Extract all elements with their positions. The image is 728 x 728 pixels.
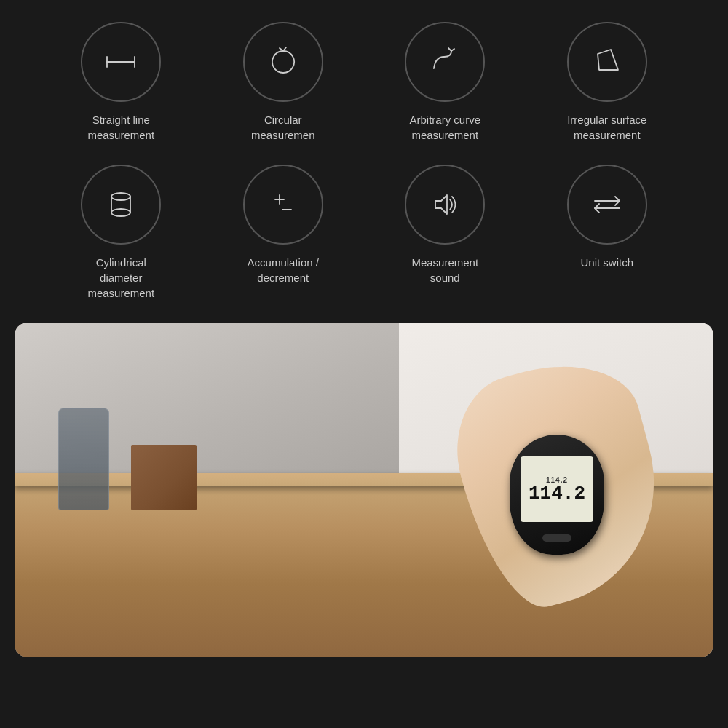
plus-minus-icon (264, 185, 303, 224)
circular-label: Circular measuremen (251, 112, 315, 143)
sound-icon (425, 185, 464, 224)
circular-circle (243, 22, 323, 102)
arbitrary-curve-label: Arbitrary curve measurement (409, 112, 480, 143)
top-section: Straight line measurement Circular measu… (0, 0, 728, 315)
cylinder-icon (101, 185, 141, 224)
device-reading-large: 114.2 (529, 484, 585, 503)
feature-cylindrical: Cylindrical diameter measurement (44, 165, 199, 301)
photo-bg: 114.2 114.2 (15, 323, 713, 657)
straight-line-label: Straight line measurement (87, 112, 154, 143)
sound-label: Measurement sound (411, 255, 478, 285)
device-screen: 114.2 114.2 (521, 456, 593, 522)
svg-marker-3 (598, 50, 618, 70)
circular-icon (264, 42, 303, 82)
irregular-surface-icon (587, 42, 627, 82)
app-container: Straight line measurement Circular measu… (0, 0, 728, 657)
device-body: 114.2 114.2 (510, 435, 604, 555)
arbitrary-curve-circle (405, 22, 485, 102)
straight-line-icon (101, 42, 141, 82)
glass-shape (58, 408, 109, 510)
feature-sound: Measurement sound (368, 165, 523, 301)
feature-accumulation: Accumulation / decrement (206, 165, 361, 301)
feature-arbitrary-curve: Arbitrary curve measurement (368, 22, 523, 143)
svg-point-5 (111, 209, 130, 216)
device-button[interactable] (542, 534, 571, 542)
unit-switch-label: Unit switch (580, 255, 633, 270)
feature-unit-switch: Unit switch (530, 165, 685, 301)
sound-circle (405, 165, 485, 245)
straight-line-circle (81, 22, 161, 102)
feature-straight-line: Straight line measurement (44, 22, 199, 143)
switch-icon (587, 185, 627, 224)
svg-marker-11 (435, 195, 447, 214)
feature-circular: Circular measuremen (206, 22, 361, 143)
feature-irregular-surface: Irregular surface measurement (530, 22, 685, 143)
unit-switch-circle (567, 165, 647, 245)
arbitrary-curve-icon (425, 42, 464, 82)
irregular-surface-label: Irregular surface measurement (567, 112, 646, 143)
photo-section: 114.2 114.2 (15, 323, 713, 657)
cylindrical-circle (81, 165, 161, 245)
brown-box (131, 445, 197, 510)
device: 114.2 114.2 (510, 435, 612, 566)
cylindrical-label: Cylindrical diameter measurement (87, 255, 154, 301)
accumulation-label: Accumulation / decrement (248, 255, 319, 285)
svg-point-4 (111, 193, 130, 200)
irregular-surface-circle (567, 22, 647, 102)
icons-grid: Straight line measurement Circular measu… (44, 22, 684, 301)
accumulation-circle (243, 165, 323, 245)
